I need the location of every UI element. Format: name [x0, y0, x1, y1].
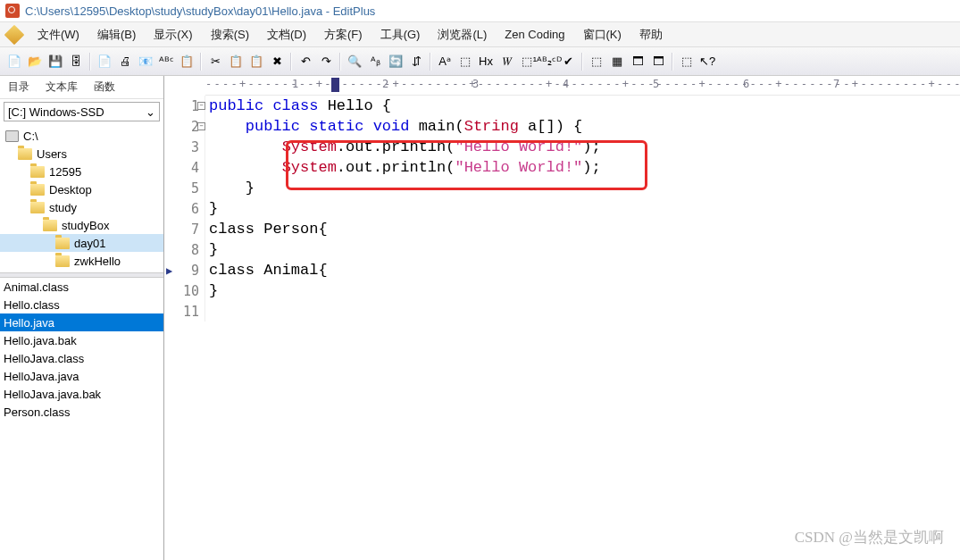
toolbar-separator — [89, 53, 91, 71]
code-line[interactable]: public static void main(String a[]) { — [209, 116, 960, 137]
ruler-cursor — [331, 78, 339, 92]
toolbar-separator — [430, 53, 431, 71]
menu-search[interactable]: 搜索(S) — [204, 25, 256, 45]
folder-icon — [55, 238, 70, 249]
toolbar-button[interactable]: ᴬᴮᶜ — [157, 53, 175, 71]
code-line[interactable] — [209, 301, 960, 322]
tree-label: zwkHello — [74, 255, 121, 268]
file-item[interactable]: HelloJava.java.bak — [0, 385, 163, 403]
toolbar-button[interactable]: 🗄 — [67, 53, 85, 71]
sidebar-tabs: 目录 文本库 函数 — [0, 76, 163, 99]
tree-label: day01 — [74, 237, 105, 250]
tree-item[interactable]: day01 — [0, 234, 163, 252]
toolbar-button[interactable]: 🔍 — [346, 53, 363, 71]
tree-label: C:\ — [23, 130, 38, 143]
toolbar-button[interactable]: 📄 — [96, 53, 113, 71]
code-line[interactable]: public class Hello { — [209, 96, 960, 116]
menu-browser[interactable]: 浏览器(L) — [430, 25, 494, 45]
toolbar-separator — [672, 53, 673, 71]
toolbar-button[interactable]: 🗖 — [629, 53, 647, 71]
tree-item[interactable]: studyBox — [0, 216, 163, 234]
toolbar-button[interactable]: 📄 — [5, 53, 23, 71]
tree-item[interactable]: 12595 — [0, 163, 163, 180]
toolbar-button[interactable]: Hx — [477, 53, 495, 71]
drive-icon — [5, 130, 19, 142]
toolbar-separator — [581, 53, 583, 71]
toolbar-button[interactable]: 📋 — [247, 53, 265, 71]
highlight-box — [286, 140, 647, 190]
toolbar-button[interactable]: ↖? — [698, 53, 716, 71]
toolbar-button[interactable]: ᴬᵦ — [366, 53, 384, 71]
sidebar-tab-text[interactable]: 文本库 — [38, 76, 86, 98]
code-line[interactable]: } — [209, 280, 960, 301]
code-line[interactable]: } — [209, 198, 960, 219]
fold-icon[interactable]: − — [197, 102, 205, 110]
sidebar-tab-dir[interactable]: 目录 — [0, 76, 38, 98]
title-bar: C:\Users\12595\Desktop\study\studyBox\da… — [0, 0, 960, 22]
file-item[interactable]: HelloJava.java — [0, 367, 163, 385]
toolbar-button[interactable]: 🗖 — [649, 53, 667, 71]
menu-view[interactable]: 显示(X) — [146, 25, 199, 45]
file-item[interactable]: HelloJava.class — [0, 349, 163, 367]
line-number: 9▶ — [164, 260, 205, 280]
menu-tools[interactable]: 工具(G) — [373, 25, 428, 45]
toolbar-button[interactable]: ✖ — [268, 53, 286, 71]
toolbar-button[interactable]: ✔ — [559, 53, 577, 71]
code-line[interactable]: class Person{ — [209, 219, 960, 239]
toolbar-button[interactable]: ↶ — [296, 53, 314, 71]
menu-help[interactable]: 帮助 — [632, 25, 670, 45]
toolbar-button[interactable]: ⬚ — [678, 53, 696, 71]
menu-project[interactable]: 方案(F) — [317, 25, 370, 45]
toolbar-button[interactable]: Aᵃ — [436, 53, 454, 71]
toolbar-button[interactable]: 📧 — [137, 53, 154, 71]
menu-file[interactable]: 文件(W) — [30, 25, 87, 45]
file-item[interactable]: Person.class — [0, 403, 163, 421]
toolbar-button[interactable]: 📋 — [178, 53, 196, 71]
toolbar-button[interactable]: 🔄 — [387, 53, 405, 71]
tree-item[interactable]: zwkHello — [0, 252, 163, 270]
toolbar-button[interactable]: 💾 — [46, 53, 64, 71]
toolbar-button[interactable]: ¹ᴬᴮ₂ᶜᴰ — [538, 53, 556, 71]
fold-icon[interactable]: − — [197, 122, 205, 130]
toolbar-button[interactable]: ⬚ — [588, 53, 605, 71]
tree-item[interactable]: Users — [0, 145, 163, 163]
tree-item[interactable]: Desktop — [0, 180, 163, 198]
menu-zen[interactable]: Zen Coding — [497, 26, 572, 43]
window-title: C:\Users\12595\Desktop\study\studyBox\da… — [25, 4, 375, 18]
file-item[interactable]: Hello.java.bak — [0, 331, 163, 349]
line-number: 5 — [164, 178, 205, 198]
code-body[interactable]: public class Hello { public static void … — [205, 96, 960, 322]
toolbar-button[interactable]: ↷ — [317, 53, 335, 71]
toolbar-button[interactable]: 📂 — [26, 53, 44, 71]
menu-window[interactable]: 窗口(K) — [576, 25, 629, 45]
line-number: 10 — [164, 280, 205, 301]
tree-item[interactable]: C:\ — [0, 127, 163, 145]
ruler-mark: 2 — [382, 78, 388, 90]
ruler-mark: 3 — [472, 78, 479, 90]
folder-icon — [18, 148, 32, 160]
drive-label: [C:] Windows-SSD — [8, 105, 104, 119]
file-item[interactable]: Hello.java — [0, 313, 163, 331]
code-line[interactable]: } — [209, 239, 960, 260]
menu-document[interactable]: 文档(D) — [260, 25, 313, 45]
toolbar-button[interactable]: 𝑊 — [497, 53, 515, 71]
line-number: 2− — [164, 116, 205, 137]
drive-selector[interactable]: [C:] Windows-SSD ⌄ — [4, 102, 160, 121]
tree-item[interactable]: study — [0, 198, 163, 216]
tree-label: study — [49, 201, 77, 214]
line-number: 3 — [164, 137, 205, 157]
toolbar-button[interactable]: ▦ — [608, 53, 626, 71]
ruler-mark: 5 — [653, 78, 659, 90]
line-number: 1− — [164, 96, 205, 116]
file-item[interactable]: Animal.class — [0, 278, 163, 296]
sidebar-tab-func[interactable]: 函数 — [86, 76, 123, 98]
toolbar-button[interactable]: 📋 — [227, 53, 245, 71]
toolbar-button[interactable]: ⇵ — [407, 53, 425, 71]
menu-edit[interactable]: 编辑(B) — [90, 25, 143, 45]
file-item[interactable]: Hello.class — [0, 296, 163, 313]
toolbar-button[interactable]: 🖨 — [116, 53, 134, 71]
code-line[interactable]: class Animal{ — [209, 260, 960, 280]
toolbar-button[interactable]: ⬚ — [456, 53, 474, 71]
folder-icon — [43, 220, 57, 231]
toolbar-button[interactable]: ✂ — [206, 53, 224, 71]
